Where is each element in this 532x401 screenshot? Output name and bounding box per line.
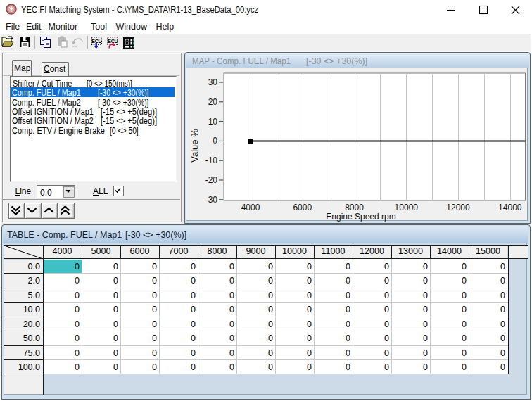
svg-text:ECU: ECU xyxy=(91,39,101,44)
svg-text:8000: 8000 xyxy=(345,203,364,212)
svg-text:6000: 6000 xyxy=(293,203,312,212)
svg-text:30: 30 xyxy=(208,77,218,87)
svg-text:10000: 10000 xyxy=(395,203,419,212)
svg-text:4000: 4000 xyxy=(241,203,260,212)
svg-text:Value %: Value % xyxy=(189,129,200,163)
svg-text:14000: 14000 xyxy=(498,203,522,212)
svg-text:10: 10 xyxy=(208,117,218,127)
svg-text:12000: 12000 xyxy=(446,203,470,212)
svg-text:-10: -10 xyxy=(205,155,218,165)
svg-text:0: 0 xyxy=(213,136,217,146)
svg-text:20: 20 xyxy=(208,97,218,107)
svg-text:Engine Speed rpm: Engine Speed rpm xyxy=(326,212,395,222)
svg-text:-20: -20 xyxy=(205,175,218,185)
svg-text:-30: -30 xyxy=(205,195,218,205)
